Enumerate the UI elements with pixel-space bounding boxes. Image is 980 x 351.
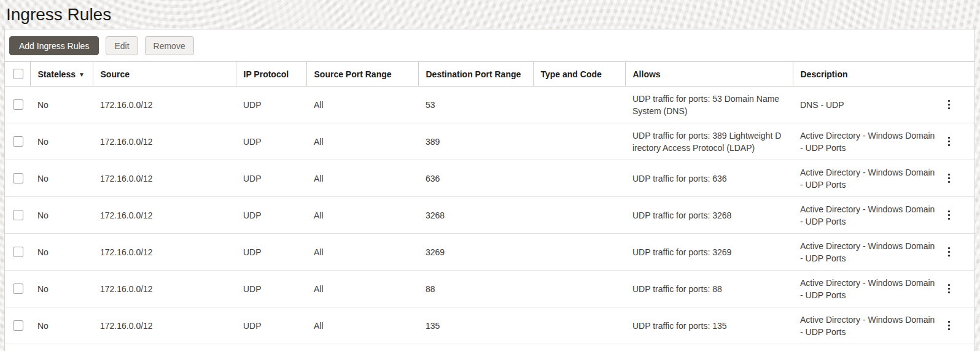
- cell-destination-port-range: 389: [418, 123, 533, 160]
- cell-type-and-code: [533, 234, 625, 271]
- cell-description: Active Directory - Windows Domain - UDP …: [793, 234, 974, 271]
- cell-select: [5, 271, 30, 307]
- cell-stateless: No: [30, 307, 93, 344]
- row-actions-kebab-icon[interactable]: [944, 209, 954, 222]
- cell-stateless: No: [30, 197, 93, 234]
- cell-stateless: No: [30, 123, 93, 160]
- cell-type-and-code: [533, 87, 625, 123]
- cell-destination-port-range: 88: [418, 271, 533, 307]
- row-checkbox[interactable]: [13, 247, 23, 257]
- cell-ip-protocol: UDP: [236, 234, 306, 271]
- select-all-header: [5, 62, 30, 87]
- cell-destination-port-range: 135: [418, 307, 533, 344]
- row-checkbox[interactable]: [13, 210, 23, 220]
- toolbar: Add Ingress Rules Edit Remove: [5, 29, 974, 61]
- cell-type-and-code: [533, 160, 625, 197]
- row-checkbox[interactable]: [13, 99, 23, 110]
- cell-allows: UDP traffic for ports: 53 Domain Name Sy…: [625, 87, 793, 123]
- page-title: Ingress Rules: [6, 4, 980, 29]
- cell-source-port-range: All: [306, 271, 418, 307]
- row-actions-kebab-icon[interactable]: [944, 245, 954, 259]
- row-checkbox[interactable]: [13, 320, 23, 331]
- cell-description: Active Directory - Windows Domain - UDP …: [793, 271, 974, 307]
- cell-source: 172.16.0.0/12: [93, 271, 236, 307]
- row-actions-kebab-icon[interactable]: [944, 98, 954, 112]
- column-header-allows[interactable]: Allows: [625, 62, 793, 87]
- cell-stateless: No: [30, 87, 93, 123]
- cell-type-and-code: [533, 307, 625, 344]
- row-actions-kebab-icon[interactable]: [944, 319, 954, 333]
- cell-stateless: No: [30, 160, 93, 197]
- cell-select: [5, 87, 30, 123]
- cell-select: [5, 234, 30, 271]
- row-actions-kebab-icon[interactable]: [944, 282, 954, 296]
- cell-destination-port-range: 53: [418, 87, 533, 123]
- cell-source-port-range: All: [306, 87, 418, 123]
- cell-allows: UDP traffic for ports: 88: [625, 271, 793, 307]
- edit-button[interactable]: Edit: [106, 36, 138, 55]
- cell-stateless: No: [30, 234, 93, 271]
- cell-source: 172.16.0.0/12: [93, 234, 236, 271]
- cell-destination-port-range: 3268: [418, 197, 533, 234]
- row-actions-kebab-icon[interactable]: [944, 172, 954, 185]
- row-checkbox[interactable]: [13, 136, 23, 147]
- cell-allows: UDP traffic for ports: 3268: [625, 197, 793, 234]
- cell-source: 172.16.0.0/12: [93, 160, 236, 197]
- cell-ip-protocol: UDP: [236, 197, 306, 234]
- column-header-type-and-code[interactable]: Type and Code: [533, 62, 625, 87]
- cell-source: 172.16.0.0/12: [93, 197, 236, 234]
- remove-button[interactable]: Remove: [145, 36, 194, 55]
- cell-ip-protocol: UDP: [236, 160, 306, 197]
- cell-source-port-range: All: [306, 197, 418, 234]
- add-ingress-rules-button[interactable]: Add Ingress Rules: [9, 36, 99, 55]
- cell-allows: UDP traffic for ports: 389 Lightweight D…: [625, 123, 793, 160]
- cell-source-port-range: All: [306, 234, 418, 271]
- cell-source: 172.16.0.0/12: [93, 87, 236, 123]
- table-row: No 172.16.0.0/12 UDP All 3269 UDP traffi…: [5, 234, 974, 271]
- ingress-rules-panel: Add Ingress Rules Edit Remove Stateless▼: [4, 29, 975, 351]
- row-actions-kebab-icon[interactable]: [944, 135, 954, 148]
- cell-description: Active Directory - Windows Domain - UDP …: [793, 123, 974, 160]
- select-all-checkbox[interactable]: [13, 69, 23, 79]
- cell-type-and-code: [533, 271, 625, 307]
- table-header-row: Stateless▼ Source IP Protocol Source Por…: [5, 62, 974, 87]
- row-checkbox[interactable]: [13, 284, 23, 294]
- row-checkbox[interactable]: [13, 173, 23, 183]
- column-header-source[interactable]: Source: [93, 62, 236, 87]
- column-header-source-port-range[interactable]: Source Port Range: [306, 62, 418, 87]
- cell-description: DNS - UDP: [793, 87, 974, 123]
- cell-destination-port-range: 3269: [418, 234, 533, 271]
- cell-description: Active Directory - Windows Domain - UDP …: [793, 160, 974, 197]
- table-body: No 172.16.0.0/12 UDP All 53 UDP traffic …: [5, 87, 974, 344]
- cell-type-and-code: [533, 123, 625, 160]
- cell-allows: UDP traffic for ports: 135: [625, 307, 793, 344]
- ingress-rules-table: Stateless▼ Source IP Protocol Source Por…: [5, 61, 974, 344]
- cell-description-text: Active Directory - Windows Domain - UDP …: [800, 278, 935, 300]
- cell-destination-port-range: 636: [418, 160, 533, 197]
- sort-desc-icon: ▼: [79, 71, 85, 78]
- column-header-stateless[interactable]: Stateless▼: [30, 62, 93, 87]
- column-header-description[interactable]: Description: [793, 62, 974, 87]
- cell-type-and-code: [533, 197, 625, 234]
- table-row: No 172.16.0.0/12 UDP All 389 UDP traffic…: [5, 123, 974, 160]
- cell-description-text: Active Directory - Windows Domain - UDP …: [800, 315, 935, 337]
- cell-ip-protocol: UDP: [236, 123, 306, 160]
- cell-ip-protocol: UDP: [236, 87, 306, 123]
- cell-ip-protocol: UDP: [236, 271, 306, 307]
- cell-source-port-range: All: [306, 123, 418, 160]
- table-row: No 172.16.0.0/12 UDP All 636 UDP traffic…: [5, 160, 974, 197]
- cell-description: Active Directory - Windows Domain - UDP …: [793, 307, 974, 344]
- cell-source: 172.16.0.0/12: [93, 123, 236, 160]
- cell-select: [5, 307, 30, 344]
- table-row: No 172.16.0.0/12 UDP All 135 UDP traffic…: [5, 307, 974, 344]
- cell-select: [5, 197, 30, 234]
- column-header-ip-protocol[interactable]: IP Protocol: [236, 62, 306, 87]
- cell-select: [5, 160, 30, 197]
- cell-allows: UDP traffic for ports: 636: [625, 160, 793, 197]
- cell-source-port-range: All: [306, 307, 418, 344]
- cell-description-text: Active Directory - Windows Domain - UDP …: [800, 131, 935, 153]
- cell-description-text: Active Directory - Windows Domain - UDP …: [800, 204, 935, 226]
- column-header-destination-port-range[interactable]: Destination Port Range: [418, 62, 533, 87]
- cell-source: 172.16.0.0/12: [93, 307, 236, 344]
- column-header-stateless-label: Stateless: [38, 69, 76, 79]
